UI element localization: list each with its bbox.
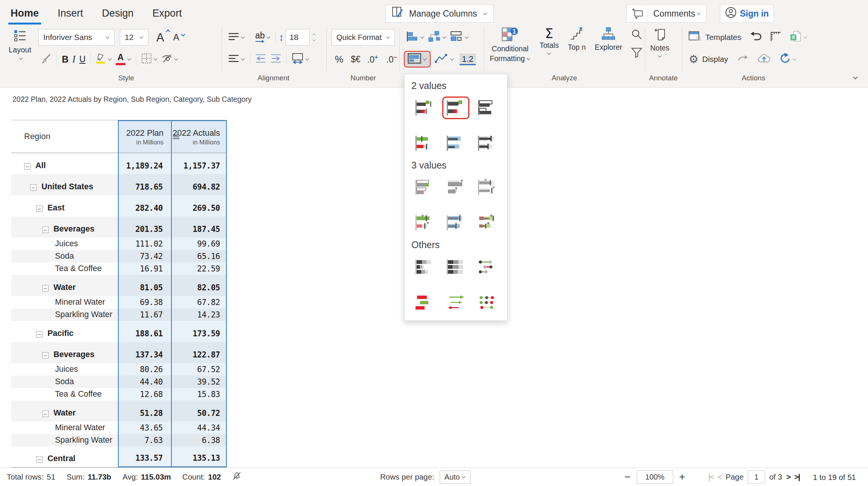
tab-home[interactable]: Home — [10, 5, 40, 25]
collapse-icon[interactable] — [36, 456, 43, 463]
row-height-input[interactable]: 18 — [286, 29, 310, 46]
cell-2022-actuals[interactable]: 82.05 — [171, 275, 227, 296]
chart-option-centered-variance-bar-icon[interactable] — [411, 291, 438, 314]
bar-chart-button[interactable] — [404, 31, 426, 44]
table-chart-button[interactable] — [448, 31, 471, 44]
sign-in-button[interactable]: Sign in — [720, 5, 774, 23]
decrease-decimal-button[interactable]: .0− — [382, 54, 401, 65]
redo-icon[interactable] — [737, 54, 749, 64]
cell-2022-plan[interactable]: 11.67 — [118, 308, 171, 321]
chart-option-stoplight-bar-icon[interactable] — [474, 212, 501, 234]
bold-button[interactable]: B — [60, 54, 70, 65]
conditional-formatting-button[interactable]: 1 Conditional Formatting — [490, 27, 530, 63]
collapse-icon[interactable] — [42, 285, 49, 291]
decimal-places-badge[interactable]: 1.2 — [460, 54, 476, 65]
manage-columns-button[interactable]: Manage Columns — [385, 5, 494, 23]
chart-option-colored-marker-bar-icon[interactable] — [411, 212, 438, 234]
cell-2022-actuals[interactable]: 173.59 — [171, 321, 227, 342]
cell-2022-plan[interactable]: 51.28 — [118, 400, 171, 422]
table-row-tea-coffee[interactable]: Tea & Coffee12.6815.83 — [11, 388, 227, 400]
cell-2022-actuals[interactable]: 15.83 — [171, 388, 227, 400]
cell-2022-plan[interactable]: 73.42 — [118, 250, 171, 262]
refresh-button[interactable] — [779, 53, 796, 66]
chart-option-variance-end-bar-alt-icon[interactable] — [442, 97, 469, 119]
search-icon[interactable] — [631, 29, 642, 41]
chart-option-dumbbell-chart-icon[interactable] — [474, 256, 501, 278]
chart-option-gray-bullet-bar-icon[interactable] — [474, 132, 501, 155]
table-row-juices[interactable]: Juices111.0299.69 — [11, 238, 227, 250]
table-row-tea-coffee[interactable]: Tea & Coffee16.9122.59 — [11, 262, 227, 275]
cell-2022-actuals[interactable]: 44.34 — [171, 422, 227, 434]
zoom-level-input[interactable]: 100% — [637, 470, 673, 484]
collapse-icon[interactable] — [42, 352, 49, 359]
highlight-color-button[interactable] — [94, 53, 114, 66]
table-row-mineral-water[interactable]: Mineral Water69.3867.82 — [11, 296, 227, 308]
ribbon-collapse-chevron[interactable] — [853, 75, 858, 80]
vertical-align-button[interactable] — [226, 32, 247, 42]
horizontal-align-button[interactable] — [226, 54, 247, 64]
top-n-button[interactable]: Top n — [568, 27, 586, 52]
cell-2022-plan[interactable]: 201.35 — [118, 216, 171, 238]
hierarchy-chart-button[interactable] — [426, 31, 448, 44]
format-painter-button[interactable] — [39, 53, 53, 65]
table-row-soda[interactable]: Soda44.4039.52 — [11, 376, 227, 388]
cell-2022-plan[interactable]: 80.26 — [118, 363, 171, 376]
next-page-icon[interactable]: > — [786, 472, 790, 481]
export-excel-button[interactable]: X — [790, 31, 807, 44]
display-button[interactable]: ⚙ Display — [689, 54, 728, 65]
column-width-button[interactable] — [290, 53, 311, 66]
column-header-2022-actuals[interactable]: 2022 Actuals in Millions — [171, 120, 227, 153]
hide-values-button[interactable] — [159, 53, 180, 65]
stepper-down-icon[interactable] — [312, 38, 316, 41]
comments-label-area[interactable]: Comments — [648, 9, 706, 19]
collapse-icon[interactable] — [42, 411, 49, 417]
add-comment-icon[interactable] — [627, 5, 648, 22]
tab-insert[interactable]: Insert — [57, 5, 84, 25]
chart-option-stacked-gray-bar-full-icon[interactable] — [442, 256, 469, 278]
table-row-water[interactable]: Water51.2850.72 — [11, 400, 227, 422]
cell-2022-plan[interactable]: 81.05 — [118, 275, 171, 296]
cell-2022-actuals[interactable]: 6.38 — [171, 434, 227, 446]
notes-button[interactable]: Notes — [650, 28, 669, 57]
sparkline-button[interactable] — [433, 53, 456, 65]
zoom-out-button[interactable]: − — [625, 471, 631, 483]
collapse-icon[interactable] — [42, 227, 49, 233]
table-row-united-states[interactable]: United States718.65694.82 — [11, 174, 227, 195]
cell-2022-plan[interactable]: 1,189.24 — [118, 153, 171, 174]
collapse-icon[interactable] — [36, 205, 43, 212]
cell-2022-actuals[interactable]: 14.23 — [171, 308, 227, 321]
cell-2022-actuals[interactable]: 22.59 — [171, 262, 227, 275]
cell-2022-plan[interactable]: 7.63 — [118, 434, 171, 446]
cell-2022-plan[interactable]: 137.34 — [118, 342, 171, 363]
decrease-indent-button[interactable] — [253, 54, 268, 65]
table-row-east[interactable]: East282.40269.50 — [11, 195, 227, 216]
rows-per-page-select[interactable]: Auto — [440, 471, 471, 484]
cell-2022-actuals[interactable]: 1,157.37 — [171, 153, 227, 174]
font-color-button[interactable]: A — [114, 53, 133, 65]
chart-option-variance-end-bar-icon[interactable] — [411, 97, 438, 119]
table-row-sparkling-water[interactable]: Sparkling Water11.6714.23 — [11, 308, 227, 321]
table-row-water[interactable]: Water81.0582.05 — [11, 275, 227, 296]
templates-button[interactable]: Templates — [689, 31, 741, 44]
font-size-select[interactable]: 12 — [120, 29, 148, 46]
decrease-font-size-button[interactable]: A — [171, 33, 186, 42]
italic-button[interactable]: I — [70, 54, 77, 64]
prev-page-icon[interactable]: < — [718, 472, 721, 481]
font-family-select[interactable]: Inforiver Sans — [38, 29, 115, 46]
last-page-icon[interactable]: >| — [794, 472, 799, 481]
increase-font-size-button[interactable]: A — [154, 32, 171, 43]
table-row-sparkling-water[interactable]: Sparkling Water7.636.38 — [11, 434, 227, 446]
collapse-icon[interactable] — [30, 184, 37, 191]
cell-2022-actuals[interactable]: 50.72 — [171, 400, 227, 422]
chart-option-arrow-chart-icon[interactable] — [442, 291, 469, 314]
cloud-upload-icon[interactable] — [758, 54, 770, 65]
percent-format-button[interactable]: % — [330, 54, 348, 65]
underline-button[interactable]: U — [77, 54, 87, 64]
chart-option-bullet-marker-bar-icon[interactable] — [474, 176, 501, 199]
cell-2022-plan[interactable]: 16.91 — [118, 262, 171, 275]
page-input[interactable]: 1 — [748, 471, 765, 484]
tab-design[interactable]: Design — [101, 5, 134, 25]
column-drag-icon[interactable] — [173, 135, 179, 139]
pin-off-icon[interactable] — [232, 471, 241, 483]
cell-2022-actuals[interactable]: 67.82 — [171, 296, 227, 308]
